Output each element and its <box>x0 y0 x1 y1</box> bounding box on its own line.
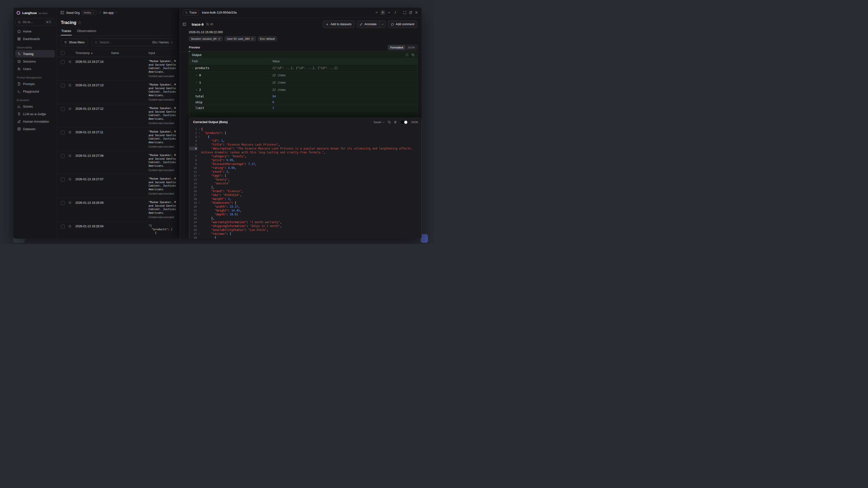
code-line[interactable]: 3▾ { <box>189 135 422 139</box>
goto-button[interactable]: Go to... ⌘ K <box>15 19 55 26</box>
code-line[interactable]: 26 "availabilityStatus": "Low Stock", <box>189 228 422 232</box>
table-row[interactable]: 2026-01-13 19:27:11"Madam Speaker, Mand … <box>57 127 180 151</box>
code-line[interactable]: 15 ], <box>189 185 422 189</box>
row-checkbox[interactable] <box>61 107 65 111</box>
code-line[interactable]: 24 "warrantyInformation": "1 month warra… <box>189 220 422 224</box>
table-row[interactable]: 2026-01-13 19:27:13"Madam Speaker, Mand … <box>57 81 180 104</box>
add-to-datasets-button[interactable]: Add to datasets <box>323 21 354 28</box>
sidebar-item-playground[interactable]: Playground <box>15 88 55 95</box>
column-header-name[interactable]: Name <box>111 51 149 55</box>
code-line[interactable]: 16 "brand": "Essence", <box>189 189 422 193</box>
code-line[interactable]: 12▾ "tags": [ <box>189 174 422 178</box>
code-line[interactable]: 9 "discountPercentage": 7.17, <box>189 162 422 166</box>
annotate-dropdown-button[interactable] <box>379 21 386 28</box>
code-line[interactable]: 7 "category": "beauty", <box>189 154 422 158</box>
column-header-input[interactable]: Input <box>149 51 180 55</box>
code-line[interactable]: 17 "sku": "RCH45Q1A", <box>189 193 422 197</box>
code-line[interactable]: 5 "title": "Essence Mascara Lash Princes… <box>189 143 422 147</box>
table-row[interactable]: 2026-01-13 19:27:14"Madam Speaker, Mand … <box>57 57 180 81</box>
project-selector[interactable]: llm-app <box>103 11 117 14</box>
table-row[interactable]: 2026-01-13 19:27:12"Madam Speaker, Mand … <box>57 104 180 127</box>
tab-observations[interactable]: Observations <box>76 28 97 35</box>
sidebar-item-datasets[interactable]: Datasets <box>15 125 55 132</box>
code-line[interactable]: 10 "rating": 4.94, <box>189 166 422 170</box>
code-line[interactable]: 27▾ "reviews": [ <box>189 232 422 236</box>
row-checkbox[interactable] <box>61 84 65 88</box>
sidebar-item-sessions[interactable]: Sessions <box>15 58 55 65</box>
annotate-button[interactable]: Annotate <box>357 21 379 28</box>
add-comment-button[interactable]: Add comment <box>388 21 417 28</box>
sidebar-item-users[interactable]: Users <box>15 65 55 72</box>
fold-chevron-icon[interactable]: ▾ <box>197 174 201 178</box>
row-checkbox[interactable] <box>61 178 65 182</box>
row-checkbox[interactable] <box>61 224 65 228</box>
fold-chevron-icon[interactable]: ▾ <box>197 127 201 131</box>
output-row[interactable]: 222 items <box>189 86 417 94</box>
code-line[interactable]: 22 "depth": 28.01 <box>189 213 422 216</box>
fold-chevron-icon[interactable]: ▾ <box>197 201 201 205</box>
row-checkbox[interactable] <box>61 201 65 205</box>
json-view-toggle[interactable] <box>400 120 408 124</box>
next-trace-button[interactable] <box>387 11 391 14</box>
bookmark-star-button[interactable] <box>68 83 72 87</box>
row-checkbox[interactable] <box>61 60 65 64</box>
copy-id-button[interactable]: ID <box>206 23 213 26</box>
bookmark-star-button[interactable] <box>68 60 72 63</box>
bookmark-star-button[interactable] <box>68 224 72 228</box>
expand-output-icon[interactable] <box>405 53 408 57</box>
view-json-button[interactable]: JSON <box>405 45 417 50</box>
table-row[interactable]: 2026-01-13 19:27:07"Madam Speaker, Mand … <box>57 175 180 198</box>
bookmark-star-button[interactable] <box>68 154 72 157</box>
code-line[interactable]: 18 "weight": 2, <box>189 197 422 201</box>
fold-chevron-icon[interactable]: ▾ <box>197 131 201 135</box>
sidebar-item-home[interactable]: Home <box>15 28 55 35</box>
code-line[interactable]: 20 "width": 23.17, <box>189 205 422 209</box>
show-filters-button[interactable]: Show filters <box>61 38 88 46</box>
bookmark-star-button[interactable] <box>68 201 72 205</box>
tab-preview[interactable]: Preview <box>189 45 200 52</box>
code-line[interactable]: 25 "shippingInformation": "Ships in 1 mo… <box>189 224 422 228</box>
tab-traces[interactable]: Traces <box>61 28 72 35</box>
prev-trace-button[interactable] <box>375 11 378 14</box>
copy-output-icon[interactable] <box>411 53 414 57</box>
search-input[interactable] <box>100 41 151 44</box>
code-line[interactable]: 4 "id": 1, <box>189 139 422 143</box>
search-scope-select[interactable]: IDs / Names <box>152 41 173 44</box>
fold-chevron-icon[interactable]: ▾ <box>197 135 201 139</box>
sidebar-item-tracing[interactable]: Tracing <box>15 50 55 57</box>
output-row[interactable]: products[{"id": ...}, {"id": ...}, {"id"… <box>189 64 417 72</box>
bookmark-star-button[interactable] <box>68 177 72 181</box>
bookmark-star-button[interactable] <box>68 130 72 134</box>
row-checkbox[interactable] <box>61 154 65 158</box>
code-line[interactable]: 6 "description": "The Essence Mascara La… <box>189 147 422 154</box>
bookmark-star-button[interactable] <box>68 107 72 111</box>
copy-corrected-icon[interactable] <box>388 121 391 124</box>
delete-corrected-icon[interactable] <box>394 121 397 124</box>
org-plan-badge[interactable]: Hobby <box>82 10 97 15</box>
table-row[interactable]: 2026-01-13 19:26:59"Madam Speaker, Mand … <box>57 198 180 221</box>
table-row[interactable]: 2026-01-13 19:27:08"Madam Speaker, Mand … <box>57 151 180 175</box>
fold-chevron-icon[interactable]: ▾ <box>197 232 201 236</box>
column-header-timestamp[interactable]: Timestamp▼ <box>75 51 111 55</box>
output-row[interactable]: 122 items <box>189 79 417 86</box>
trace-badge-session[interactable]: Session: session_84 <box>189 36 223 41</box>
code-line[interactable]: 11 "stock": 5, <box>189 170 422 174</box>
open-in-new-tab-button[interactable] <box>409 11 412 14</box>
output-row[interactable]: 022 items <box>189 72 417 79</box>
info-icon[interactable] <box>78 21 81 24</box>
code-line[interactable]: 23 }, <box>189 216 422 220</box>
close-panel-button[interactable] <box>414 11 418 14</box>
code-line[interactable]: 14 "mascara" <box>189 182 422 185</box>
table-row[interactable]: 2026-01-13 19:26:54"{ "products": [ { <box>57 221 180 239</box>
row-checkbox[interactable] <box>61 131 65 134</box>
code-line[interactable]: 1▾{ <box>189 127 422 131</box>
toggle-sidebar-icon[interactable] <box>60 11 64 14</box>
expand-view-button[interactable] <box>403 11 407 14</box>
sidebar-item-scores[interactable]: Scores <box>15 103 55 110</box>
code-editor[interactable]: 1▾{2▾ "products": [3▾ {4 "id": 1,5 "titl… <box>189 126 422 239</box>
code-line[interactable]: 21 "height": 14.43, <box>189 209 422 213</box>
sidebar-item-dashboards[interactable]: Dashboards <box>15 35 55 42</box>
code-line[interactable]: 8 "price": 9.99, <box>189 158 422 162</box>
view-formatted-button[interactable]: Formatted <box>388 45 405 50</box>
sidebar-item-human-annotation[interactable]: Human Annotation <box>15 118 55 125</box>
